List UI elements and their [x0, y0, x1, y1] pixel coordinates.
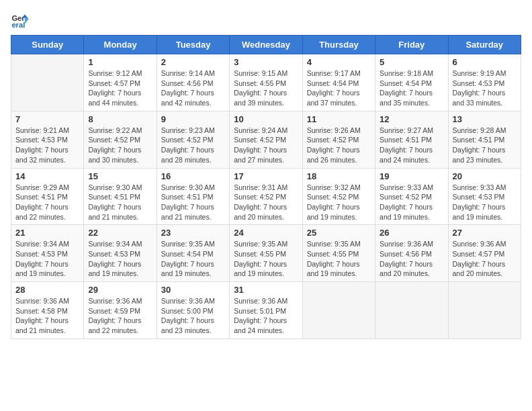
- calendar-cell: 13Sunrise: 9:28 AMSunset: 4:51 PMDayligh…: [448, 111, 521, 168]
- day-number: 24: [234, 228, 298, 238]
- day-of-week-header: Monday: [84, 36, 157, 54]
- calendar-cell: [448, 282, 521, 339]
- calendar-week-row: 21Sunrise: 9:34 AMSunset: 4:53 PMDayligh…: [11, 225, 521, 282]
- svg-marker-3: [25, 17, 29, 24]
- calendar-cell: 2Sunrise: 9:14 AMSunset: 4:56 PMDaylight…: [157, 54, 229, 111]
- day-info: Sunrise: 9:35 AMSunset: 4:54 PMDaylight:…: [161, 239, 225, 279]
- day-info: Sunrise: 9:22 AMSunset: 4:52 PMDaylight:…: [88, 126, 152, 165]
- calendar-week-row: 14Sunrise: 9:29 AMSunset: 4:51 PMDayligh…: [11, 168, 521, 225]
- day-number: 30: [161, 285, 225, 295]
- day-number: 10: [234, 114, 298, 124]
- calendar-cell: 27Sunrise: 9:36 AMSunset: 4:57 PMDayligh…: [448, 225, 521, 282]
- day-info: Sunrise: 9:21 AMSunset: 4:53 PMDaylight:…: [15, 126, 79, 165]
- day-number: 2: [161, 57, 225, 67]
- svg-text:eral: eral: [11, 21, 25, 29]
- day-number: 4: [307, 57, 371, 67]
- day-info: Sunrise: 9:27 AMSunset: 4:51 PMDaylight:…: [380, 126, 443, 165]
- calendar-cell: 1Sunrise: 9:12 AMSunset: 4:57 PMDaylight…: [84, 54, 157, 111]
- day-number: 12: [380, 114, 443, 124]
- calendar-header-row: SundayMondayTuesdayWednesdayThursdayFrid…: [11, 36, 521, 54]
- day-number: 18: [307, 171, 371, 181]
- day-info: Sunrise: 9:34 AMSunset: 4:53 PMDaylight:…: [15, 239, 79, 279]
- day-number: 13: [453, 114, 517, 124]
- day-number: 21: [15, 228, 79, 238]
- calendar-cell: 18Sunrise: 9:32 AMSunset: 4:52 PMDayligh…: [302, 168, 375, 225]
- day-number: 17: [234, 171, 298, 181]
- day-number: 28: [15, 285, 79, 295]
- calendar-cell: 8Sunrise: 9:22 AMSunset: 4:52 PMDaylight…: [84, 111, 157, 168]
- day-number: 5: [380, 57, 443, 67]
- day-info: Sunrise: 9:15 AMSunset: 4:55 PMDaylight:…: [234, 68, 298, 108]
- calendar-cell: [11, 54, 84, 111]
- calendar-cell: 19Sunrise: 9:33 AMSunset: 4:52 PMDayligh…: [375, 168, 448, 225]
- day-number: 31: [234, 285, 298, 295]
- day-number: 9: [161, 114, 225, 124]
- calendar-cell: 30Sunrise: 9:36 AMSunset: 5:00 PMDayligh…: [157, 282, 229, 339]
- day-of-week-header: Thursday: [302, 36, 375, 54]
- calendar-week-row: 28Sunrise: 9:36 AMSunset: 4:58 PMDayligh…: [11, 282, 521, 339]
- day-info: Sunrise: 9:30 AMSunset: 4:51 PMDaylight:…: [88, 183, 152, 222]
- calendar-cell: 5Sunrise: 9:18 AMSunset: 4:54 PMDaylight…: [375, 54, 448, 111]
- day-info: Sunrise: 9:33 AMSunset: 4:52 PMDaylight:…: [380, 183, 443, 222]
- page-header: Gen eral: [11, 11, 521, 30]
- calendar-cell: 23Sunrise: 9:35 AMSunset: 4:54 PMDayligh…: [157, 225, 229, 282]
- day-info: Sunrise: 9:35 AMSunset: 4:55 PMDaylight:…: [307, 239, 371, 279]
- day-number: 27: [453, 228, 517, 238]
- day-number: 11: [307, 114, 371, 124]
- day-info: Sunrise: 9:36 AMSunset: 4:57 PMDaylight:…: [453, 239, 517, 279]
- day-info: Sunrise: 9:17 AMSunset: 4:54 PMDaylight:…: [307, 68, 371, 108]
- day-info: Sunrise: 9:12 AMSunset: 4:57 PMDaylight:…: [88, 68, 152, 108]
- day-number: 14: [15, 171, 79, 181]
- calendar-cell: 31Sunrise: 9:36 AMSunset: 5:01 PMDayligh…: [230, 282, 302, 339]
- calendar-cell: 7Sunrise: 9:21 AMSunset: 4:53 PMDaylight…: [11, 111, 84, 168]
- day-info: Sunrise: 9:36 AMSunset: 4:59 PMDaylight:…: [88, 296, 152, 336]
- day-info: Sunrise: 9:36 AMSunset: 4:56 PMDaylight:…: [380, 239, 443, 279]
- day-info: Sunrise: 9:34 AMSunset: 4:53 PMDaylight:…: [88, 239, 152, 279]
- day-number: 3: [234, 57, 298, 67]
- day-number: 7: [15, 114, 79, 124]
- calendar-cell: [375, 282, 448, 339]
- calendar-cell: 3Sunrise: 9:15 AMSunset: 4:55 PMDaylight…: [230, 54, 302, 111]
- calendar-cell: 12Sunrise: 9:27 AMSunset: 4:51 PMDayligh…: [375, 111, 448, 168]
- calendar-cell: 14Sunrise: 9:29 AMSunset: 4:51 PMDayligh…: [11, 168, 84, 225]
- calendar-cell: 24Sunrise: 9:35 AMSunset: 4:55 PMDayligh…: [230, 225, 302, 282]
- day-of-week-header: Tuesday: [157, 36, 229, 54]
- day-of-week-header: Sunday: [11, 36, 84, 54]
- day-number: 23: [161, 228, 225, 238]
- day-number: 8: [88, 114, 152, 124]
- calendar-cell: 21Sunrise: 9:34 AMSunset: 4:53 PMDayligh…: [11, 225, 84, 282]
- calendar-week-row: 7Sunrise: 9:21 AMSunset: 4:53 PMDaylight…: [11, 111, 521, 168]
- day-info: Sunrise: 9:19 AMSunset: 4:53 PMDaylight:…: [453, 68, 517, 108]
- calendar-cell: 17Sunrise: 9:31 AMSunset: 4:52 PMDayligh…: [230, 168, 302, 225]
- day-info: Sunrise: 9:24 AMSunset: 4:52 PMDaylight:…: [234, 126, 298, 165]
- calendar-cell: 25Sunrise: 9:35 AMSunset: 4:55 PMDayligh…: [302, 225, 375, 282]
- day-of-week-header: Saturday: [448, 36, 521, 54]
- calendar-week-row: 1Sunrise: 9:12 AMSunset: 4:57 PMDaylight…: [11, 54, 521, 111]
- calendar-cell: 6Sunrise: 9:19 AMSunset: 4:53 PMDaylight…: [448, 54, 521, 111]
- day-number: 1: [88, 57, 152, 67]
- day-number: 20: [453, 171, 517, 181]
- day-number: 22: [88, 228, 152, 238]
- calendar-cell: 26Sunrise: 9:36 AMSunset: 4:56 PMDayligh…: [375, 225, 448, 282]
- calendar-cell: 15Sunrise: 9:30 AMSunset: 4:51 PMDayligh…: [84, 168, 157, 225]
- day-number: 19: [380, 171, 443, 181]
- day-info: Sunrise: 9:36 AMSunset: 5:01 PMDaylight:…: [234, 296, 298, 336]
- calendar-cell: 29Sunrise: 9:36 AMSunset: 4:59 PMDayligh…: [84, 282, 157, 339]
- day-number: 16: [161, 171, 225, 181]
- calendar-cell: 16Sunrise: 9:30 AMSunset: 4:51 PMDayligh…: [157, 168, 229, 225]
- day-info: Sunrise: 9:33 AMSunset: 4:53 PMDaylight:…: [453, 183, 517, 222]
- logo-icon: Gen eral: [11, 11, 30, 30]
- logo: Gen eral: [11, 11, 32, 30]
- day-number: 26: [380, 228, 443, 238]
- calendar-table: SundayMondayTuesdayWednesdayThursdayFrid…: [11, 35, 521, 339]
- calendar-cell: 20Sunrise: 9:33 AMSunset: 4:53 PMDayligh…: [448, 168, 521, 225]
- calendar-cell: 9Sunrise: 9:23 AMSunset: 4:52 PMDaylight…: [157, 111, 229, 168]
- calendar-cell: 22Sunrise: 9:34 AMSunset: 4:53 PMDayligh…: [84, 225, 157, 282]
- calendar-cell: 4Sunrise: 9:17 AMSunset: 4:54 PMDaylight…: [302, 54, 375, 111]
- calendar-cell: [302, 282, 375, 339]
- day-info: Sunrise: 9:29 AMSunset: 4:51 PMDaylight:…: [15, 183, 79, 222]
- day-number: 29: [88, 285, 152, 295]
- day-info: Sunrise: 9:36 AMSunset: 5:00 PMDaylight:…: [161, 296, 225, 336]
- day-info: Sunrise: 9:32 AMSunset: 4:52 PMDaylight:…: [307, 183, 371, 222]
- day-number: 25: [307, 228, 371, 238]
